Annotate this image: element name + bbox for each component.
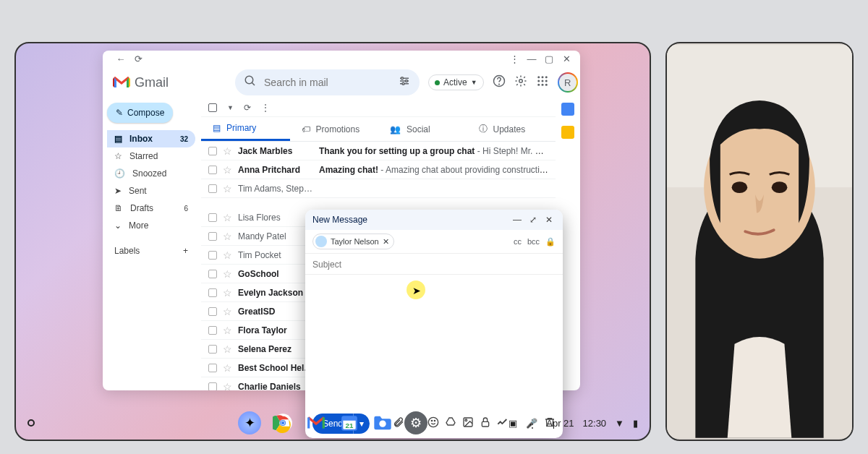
gmail-shelf-icon[interactable] (305, 411, 328, 434)
tab-updates[interactable]: ⓘUpdates (467, 117, 556, 141)
star-icon[interactable]: ☆ (223, 145, 232, 157)
mail-checkbox[interactable] (208, 326, 217, 335)
svg-point-16 (545, 80, 547, 82)
tab-primary-label: Primary (226, 123, 256, 133)
compose-button[interactable]: ✎ Compose (107, 103, 173, 123)
tab-social[interactable]: 👥Social (378, 117, 467, 141)
close-compose-icon[interactable]: ✕ (542, 213, 556, 226)
star-icon[interactable]: ☆ (223, 287, 232, 299)
nav-inbox[interactable]: ▤ Inbox 32 (107, 130, 195, 147)
mail-checkbox[interactable] (208, 345, 217, 354)
close-icon[interactable]: ✕ (560, 52, 573, 65)
shelf-date[interactable]: Apr 21 (546, 418, 574, 429)
star-icon[interactable]: ☆ (223, 381, 232, 391)
add-label-icon[interactable]: + (183, 246, 188, 256)
mail-checkbox[interactable] (208, 232, 217, 241)
help-icon[interactable] (493, 74, 506, 90)
star-icon[interactable]: ☆ (223, 164, 232, 176)
star-icon[interactable]: ☆ (223, 343, 232, 355)
mail-row[interactable]: ☆ Tim Adams, Steph, 3 (201, 179, 556, 198)
nav-starred[interactable]: ☆Starred (107, 147, 195, 165)
svg-rect-31 (323, 417, 325, 428)
reload-icon[interactable]: ⟳ (132, 52, 145, 65)
more-vert-icon[interactable]: ⋮ (261, 103, 270, 113)
cc-button[interactable]: cc (514, 237, 522, 247)
tab-promotions[interactable]: 🏷Promotions (290, 117, 379, 141)
lock-icon[interactable]: 🔒 (545, 237, 556, 247)
mail-checkbox[interactable] (208, 307, 217, 316)
nav-drafts[interactable]: 🗎Drafts6 (107, 200, 195, 217)
mail-checkbox[interactable] (208, 288, 217, 297)
star-icon[interactable]: ☆ (223, 231, 232, 242)
back-icon[interactable]: ← (114, 52, 127, 65)
star-icon[interactable]: ☆ (223, 306, 232, 317)
minimize-compose-icon[interactable]: — (511, 213, 524, 226)
star-icon[interactable]: ☆ (223, 212, 232, 223)
mail-checkbox[interactable] (208, 364, 217, 372)
nav-more[interactable]: ⌄More (107, 217, 195, 234)
gmail-topbar: Gmail Active ▼ R (103, 67, 580, 98)
recipient-chip[interactable]: Taylor Nelson ✕ (312, 234, 394, 249)
mail-sender: Evelyn Jackson (238, 288, 313, 298)
gemini-icon[interactable]: ✦ (238, 411, 261, 434)
star-icon[interactable]: ☆ (223, 183, 232, 194)
chevron-down-icon[interactable]: ▼ (227, 104, 234, 111)
mail-sender: GreatISD (238, 307, 313, 317)
mail-checkbox[interactable] (208, 147, 217, 155)
mail-checkbox[interactable] (208, 270, 217, 278)
compose-body[interactable]: ➤ (305, 275, 563, 409)
star-icon[interactable]: ☆ (223, 362, 232, 374)
wifi-icon[interactable]: ▼ (615, 418, 624, 429)
minimize-icon[interactable]: — (525, 52, 538, 65)
settings-icon[interactable] (514, 74, 527, 90)
select-all-checkbox[interactable] (208, 103, 217, 112)
mail-row[interactable]: ☆ Anna Pritchard Amazing chat! - Amazing… (201, 160, 556, 179)
shelf-time[interactable]: 12:30 (583, 418, 607, 429)
apps-grid-icon[interactable] (536, 74, 549, 90)
mail-checkbox[interactable] (208, 184, 217, 193)
svg-point-14 (537, 80, 540, 82)
chrome-icon[interactable] (271, 411, 294, 434)
remove-chip-icon[interactable]: ✕ (383, 237, 389, 247)
nav-snoozed[interactable]: 🕘Snoozed (107, 165, 195, 182)
svg-point-19 (545, 84, 547, 86)
nav-sent[interactable]: ➤Sent (107, 182, 195, 200)
status-chip[interactable]: Active ▼ (428, 74, 484, 90)
battery-icon[interactable]: ▮ (633, 418, 638, 429)
keep-app-icon[interactable] (561, 126, 574, 139)
maximize-icon[interactable]: ▢ (542, 52, 556, 65)
calendar-shelf-icon[interactable]: 21 (338, 411, 361, 434)
tab-primary[interactable]: ▤Primary (201, 117, 290, 141)
subject-input[interactable] (312, 260, 556, 270)
search-box[interactable] (235, 69, 420, 95)
phone-hub-icon[interactable]: ▣ (509, 418, 517, 429)
search-options-icon[interactable] (398, 74, 411, 90)
files-shelf-icon[interactable] (371, 411, 394, 434)
more-vert-icon[interactable]: ⋮ (508, 52, 521, 65)
bcc-button[interactable]: bcc (527, 237, 540, 247)
subject-row[interactable] (305, 254, 563, 275)
mail-checkbox[interactable] (208, 251, 217, 260)
launcher-icon[interactable] (27, 419, 35, 427)
mail-checkbox[interactable] (208, 213, 217, 222)
account-avatar[interactable]: R (558, 72, 578, 93)
star-icon[interactable]: ☆ (223, 249, 232, 261)
star-icon[interactable]: ☆ (223, 268, 232, 280)
star-icon[interactable]: ☆ (223, 325, 232, 336)
status-label: Active (443, 77, 467, 87)
refresh-icon[interactable]: ⟳ (244, 103, 251, 113)
mail-row[interactable]: ☆ Jack Marbles Thank you for setting up … (201, 142, 556, 160)
svg-point-7 (402, 82, 404, 85)
nav-sent-label: Sent (129, 186, 147, 196)
mic-icon[interactable]: 🎤 (526, 418, 537, 429)
expand-compose-icon[interactable]: ⤢ (527, 213, 540, 226)
inbox-icon: ▤ (213, 123, 221, 133)
mail-checkbox[interactable] (208, 382, 217, 391)
recipient-row[interactable]: Taylor Nelson ✕ cc bcc 🔒 (305, 230, 563, 254)
svg-point-39 (732, 181, 748, 193)
settings-shelf-icon[interactable]: ⚙ (404, 411, 427, 434)
mail-sender: Selena Perez (238, 344, 313, 354)
mail-checkbox[interactable] (208, 166, 217, 174)
calendar-app-icon[interactable] (561, 103, 574, 116)
search-input[interactable] (264, 77, 391, 88)
